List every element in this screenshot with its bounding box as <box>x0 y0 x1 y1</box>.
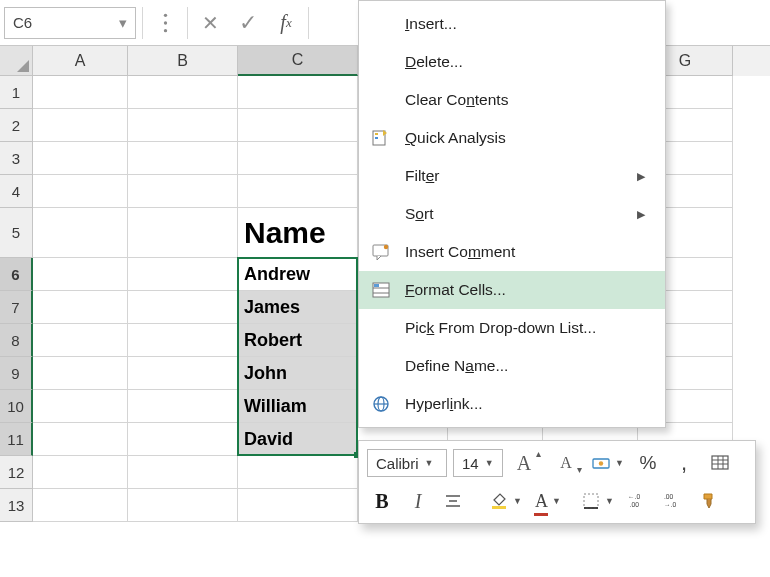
cell-B13[interactable] <box>128 489 238 522</box>
format-painter-button[interactable] <box>695 486 725 516</box>
increase-decimal-icon: ←.0.00 <box>628 491 648 511</box>
cell-B4[interactable] <box>128 175 238 208</box>
cell-A9[interactable] <box>33 357 128 390</box>
center-align-button[interactable] <box>439 486 479 516</box>
font-color-button[interactable]: A ▼ <box>531 486 571 516</box>
menu-item-format-cells[interactable]: Format Cells... <box>359 271 665 309</box>
cell-B11[interactable] <box>128 423 238 456</box>
chevron-down-icon: ▼ <box>485 458 494 468</box>
menu-item-hyperlink[interactable]: Hyperlink... <box>359 385 665 423</box>
menu-item-delete[interactable]: Delete... <box>359 43 665 81</box>
comma-button[interactable]: , <box>669 448 699 478</box>
table-icon <box>710 453 730 473</box>
menu-item-sort[interactable]: Sort▶ <box>359 195 665 233</box>
cell-B10[interactable] <box>128 390 238 423</box>
cell-A6[interactable] <box>33 258 128 291</box>
row-header-1[interactable]: 1 <box>0 76 33 109</box>
row-header-7[interactable]: 7 <box>0 291 33 324</box>
borders-button[interactable]: ▼ <box>577 486 617 516</box>
cell-B3[interactable] <box>128 142 238 175</box>
select-all-corner[interactable] <box>0 46 33 76</box>
bucket-icon <box>489 491 509 511</box>
cell-A2[interactable] <box>33 109 128 142</box>
cell-A10[interactable] <box>33 390 128 423</box>
cell-B6[interactable] <box>128 258 238 291</box>
cell-A7[interactable] <box>33 291 128 324</box>
formula-bar-options[interactable] <box>149 7 181 39</box>
cell-C7[interactable]: James <box>238 291 358 324</box>
svg-rect-17 <box>712 456 728 469</box>
cell-B8[interactable] <box>128 324 238 357</box>
svg-text:→.0: →.0 <box>664 501 677 508</box>
row-header-10[interactable]: 10 <box>0 390 33 423</box>
cell-C3[interactable] <box>238 142 358 175</box>
row-header-13[interactable]: 13 <box>0 489 33 522</box>
column-header-B[interactable]: B <box>128 46 238 76</box>
font-name-combo[interactable]: Calibri ▼ <box>367 449 447 477</box>
cell-C12[interactable] <box>238 456 358 489</box>
row-header-3[interactable]: 3 <box>0 142 33 175</box>
menu-item-clear-contents[interactable]: Clear Contents <box>359 81 665 119</box>
cell-C1[interactable] <box>238 76 358 109</box>
row-header-9[interactable]: 9 <box>0 357 33 390</box>
cell-A13[interactable] <box>33 489 128 522</box>
font-size-combo[interactable]: 14 ▼ <box>453 449 503 477</box>
cell-B12[interactable] <box>128 456 238 489</box>
row-header-11[interactable]: 11 <box>0 423 33 456</box>
format-as-table-button[interactable] <box>705 448 735 478</box>
cell-C8[interactable]: Robert <box>238 324 358 357</box>
cell-C13[interactable] <box>238 489 358 522</box>
cancel-button[interactable]: ✕ <box>194 7 226 39</box>
cell-C5[interactable]: Name <box>238 208 358 258</box>
cell-A5[interactable] <box>33 208 128 258</box>
cell-A3[interactable] <box>33 142 128 175</box>
cell-B7[interactable] <box>128 291 238 324</box>
menu-item-quick-analysis[interactable]: Quick Analysis <box>359 119 665 157</box>
increase-font-button[interactable]: A <box>509 448 539 478</box>
menu-item-label: Format Cells... <box>405 281 506 299</box>
name-box-dropdown-icon[interactable]: ▾ <box>119 14 127 32</box>
cell-B1[interactable] <box>128 76 238 109</box>
menu-item-define-name[interactable]: Define Name... <box>359 347 665 385</box>
separator <box>187 7 188 39</box>
cell-A11[interactable] <box>33 423 128 456</box>
accounting-format-button[interactable]: ▼ <box>587 448 627 478</box>
cell-C9[interactable]: John <box>238 357 358 390</box>
fill-color-button[interactable]: ▼ <box>485 486 525 516</box>
row-header-8[interactable]: 8 <box>0 324 33 357</box>
column-header-C[interactable]: C <box>238 46 358 76</box>
cell-A1[interactable] <box>33 76 128 109</box>
row-header-6[interactable]: 6 <box>0 258 33 291</box>
row-header-12[interactable]: 12 <box>0 456 33 489</box>
cell-A12[interactable] <box>33 456 128 489</box>
menu-item-filter[interactable]: Filter▶ <box>359 157 665 195</box>
column-header-A[interactable]: A <box>33 46 128 76</box>
cell-C4[interactable] <box>238 175 358 208</box>
percent-button[interactable]: % <box>633 448 663 478</box>
cell-C10[interactable]: William <box>238 390 358 423</box>
row-header-2[interactable]: 2 <box>0 109 33 142</box>
increase-decimal-button[interactable]: ←.0.00 <box>623 486 653 516</box>
decrease-font-button[interactable]: A <box>551 448 581 478</box>
name-box[interactable]: C6 ▾ <box>4 7 136 39</box>
paintbrush-icon <box>700 491 720 511</box>
bold-button[interactable]: B <box>367 486 397 516</box>
cell-B9[interactable] <box>128 357 238 390</box>
menu-item-pick-from-drop-down-list[interactable]: Pick From Drop-down List... <box>359 309 665 347</box>
cell-B2[interactable] <box>128 109 238 142</box>
menu-item-insert-comment[interactable]: Insert Comment <box>359 233 665 271</box>
menu-item-insert[interactable]: Insert... <box>359 5 665 43</box>
insert-function-button[interactable]: fx <box>270 7 302 39</box>
row-header-5[interactable]: 5 <box>0 208 33 258</box>
cell-A8[interactable] <box>33 324 128 357</box>
italic-button[interactable]: I <box>403 486 433 516</box>
cell-B5[interactable] <box>128 208 238 258</box>
cell-C2[interactable] <box>238 109 358 142</box>
cell-C11[interactable]: David <box>238 423 358 456</box>
row-header-4[interactable]: 4 <box>0 175 33 208</box>
font-size-value: 14 <box>462 455 479 472</box>
enter-button[interactable]: ✓ <box>232 7 264 39</box>
decrease-decimal-button[interactable]: .00→.0 <box>659 486 689 516</box>
cell-C6[interactable]: Andrew <box>238 258 358 291</box>
cell-A4[interactable] <box>33 175 128 208</box>
